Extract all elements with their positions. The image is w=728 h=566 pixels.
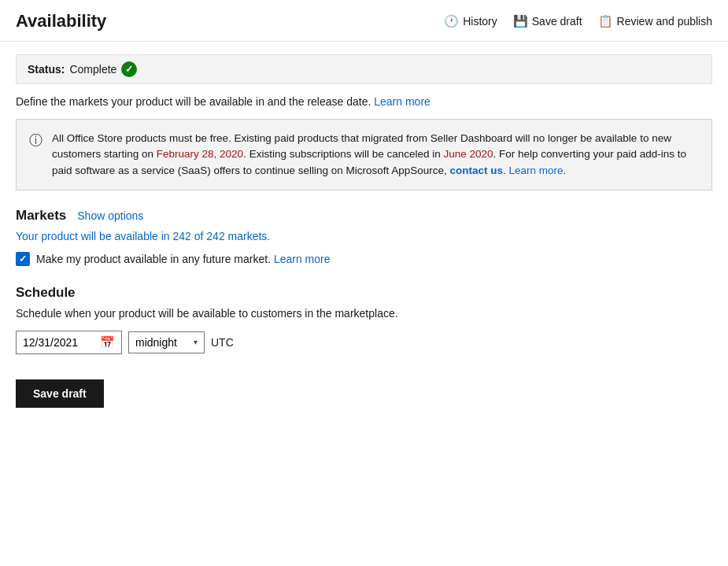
schedule-controls: 📅 midnight1:00 AM2:00 AM3:00 AM6:00 AM9:…	[16, 331, 712, 354]
time-select-wrapper[interactable]: midnight1:00 AM2:00 AM3:00 AM6:00 AM9:00…	[128, 331, 205, 353]
time-select[interactable]: midnight1:00 AM2:00 AM3:00 AM6:00 AM9:00…	[135, 336, 190, 349]
dropdown-arrow-icon: ▾	[194, 338, 198, 346]
markets-text-part2: .	[267, 230, 270, 242]
info-box: ⓘ All Office Store products must be free…	[16, 119, 712, 191]
schedule-description: Schedule when your product will be avail…	[16, 307, 712, 320]
info-text-part2: . Existing subscriptions will be cancele…	[243, 148, 443, 160]
markets-section-header: Markets Show options	[16, 208, 712, 224]
markets-title: Markets	[16, 208, 66, 224]
save-draft-icon: 💾	[513, 14, 528, 28]
header-actions: 🕐 History 💾 Save draft 📋 Review and publ…	[444, 14, 712, 28]
review-publish-button[interactable]: 📋 Review and publish	[598, 14, 712, 28]
future-market-learn-more-link[interactable]: Learn more	[274, 253, 331, 265]
markets-available-text: Your product will be available in 242 of…	[16, 230, 712, 242]
page-title: Availability	[16, 11, 106, 31]
info-learn-more-text: Learn more	[509, 165, 564, 176]
status-check-icon: ✓	[121, 61, 137, 77]
date-input-wrapper[interactable]: 📅	[16, 331, 122, 354]
history-label: History	[463, 15, 497, 28]
markets-section: Markets Show options Your product will b…	[16, 208, 712, 266]
timezone-label: UTC	[211, 336, 234, 349]
show-options-button[interactable]: Show options	[77, 209, 143, 222]
future-market-label: Make my product available in any future …	[36, 253, 331, 265]
info-learn-more-link[interactable]: Learn more	[509, 165, 564, 176]
status-value: Complete	[69, 63, 116, 76]
contact-us-text: contact us	[450, 165, 504, 176]
schedule-title: Schedule	[16, 285, 712, 301]
info-period: .	[564, 165, 567, 176]
info-dot: .	[503, 165, 509, 176]
info-box-text: All Office Store products must be free. …	[52, 131, 699, 179]
main-content: Status: Complete ✓ Define the markets yo…	[0, 42, 728, 420]
description-learn-more-link[interactable]: Learn more	[374, 95, 431, 108]
status-label: Status:	[28, 63, 65, 76]
history-icon: 🕐	[444, 14, 459, 28]
future-market-checkbox-row: ✓ Make my product available in any futur…	[16, 252, 712, 266]
save-draft-header-button[interactable]: 💾 Save draft	[513, 14, 582, 28]
date-input[interactable]	[23, 336, 94, 349]
description-text: Define the markets your product will be …	[16, 95, 712, 108]
calendar-icon: 📅	[100, 335, 115, 350]
future-market-text: Make my product available in any future …	[36, 253, 271, 265]
history-button[interactable]: 🕐 History	[444, 14, 497, 28]
future-market-checkbox[interactable]: ✓	[16, 252, 30, 266]
description-main: Define the markets your product will be …	[16, 95, 371, 108]
status-bar: Status: Complete ✓	[16, 54, 712, 84]
markets-count: 242 of 242 markets	[173, 230, 268, 242]
save-draft-header-label: Save draft	[532, 15, 582, 28]
info-contact-us-link[interactable]: contact us	[450, 165, 504, 176]
info-icon: ⓘ	[29, 131, 42, 150]
checkmark-icon: ✓	[19, 253, 27, 265]
info-date2: June 2020	[444, 148, 493, 160]
save-draft-footer-button[interactable]: Save draft	[16, 379, 104, 408]
info-date1: February 28, 2020	[157, 148, 243, 160]
schedule-section: Schedule Schedule when your product will…	[16, 285, 712, 354]
review-publish-icon: 📋	[598, 14, 613, 28]
review-publish-label: Review and publish	[617, 15, 712, 28]
page-header: Availability 🕐 History 💾 Save draft 📋 Re…	[0, 0, 728, 42]
markets-text-part1: Your product will be available in	[16, 230, 173, 242]
